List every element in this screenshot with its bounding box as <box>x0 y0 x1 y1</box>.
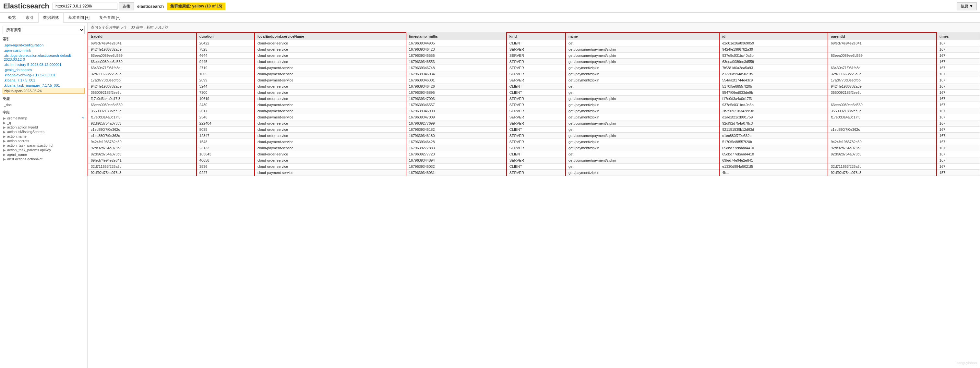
table-cell: cloud-order-service <box>255 127 406 133</box>
connect-button[interactable]: 连接 <box>119 2 134 10</box>
table-cell: c1ec880f7f0e362c <box>88 127 197 133</box>
tab-basic-query[interactable]: 基本查询 [+] <box>64 13 94 22</box>
tab-data-browse[interactable]: 数据浏览 <box>38 13 64 23</box>
table-row[interactable]: 92df92d754a078c323133cloud-payment-servi… <box>88 145 980 151</box>
table-row[interactable]: 63eea0089ee3d5599445cloud-order-service1… <box>88 59 980 65</box>
table-row[interactable]: 63eea0089ee3d5594644cloud-order-service1… <box>88 53 980 59</box>
index-select[interactable]: 所有索引 <box>3 25 84 34</box>
field-help[interactable]: ? <box>82 116 84 120</box>
table-cell: 1679639346900 <box>406 108 506 114</box>
col-header-traceId[interactable]: traceId <box>88 32 197 40</box>
table-cell: SERVER <box>506 170 566 176</box>
table-row[interactable]: 63430a71f081fc3d2719cloud-payment-servic… <box>88 65 980 71</box>
tab-complex-query[interactable]: 复合查询 [+] <box>94 13 125 22</box>
type-doc[interactable]: _doc <box>3 102 84 107</box>
tab-index[interactable]: 索引 <box>21 13 38 22</box>
table-cell: SERVER <box>506 96 566 102</box>
index-item-zipkin[interactable]: zipkin-span-2023-03-24 <box>3 88 84 94</box>
field-isMissingSecrets[interactable]: ▶ action.isMissingSecrets <box>3 129 84 134</box>
table-cell: 8035 <box>197 127 255 133</box>
index-item-kibana-task[interactable]: .kibana_task_manager_7.17.5_001 <box>3 83 84 88</box>
table-row[interactable]: 9424fe1986782a391548cloud-payment-servic… <box>88 139 980 145</box>
table-cell: cloud-order-service <box>255 83 406 89</box>
index-list-section: 索引 .apm-agent-configuration .apm-custom-… <box>3 37 84 94</box>
table-row[interactable]: 32d711663f226a3c1665cloud-payment-servic… <box>88 71 980 77</box>
table-cell: 20422 <box>197 40 255 46</box>
table-row[interactable]: 92df92d754a078c39227cloud-payment-servic… <box>88 170 980 176</box>
table-cell: get <box>566 40 719 46</box>
table-cell: get <box>566 151 719 158</box>
index-item-geoip[interactable]: .geoip_databases <box>3 67 84 72</box>
field-action-secrets[interactable]: ▶ action.secrets <box>3 139 84 143</box>
field-action-name[interactable]: ▶ action.name <box>3 134 84 139</box>
table-row[interactable]: c1ec880f7f0e362c12847cloud-order-service… <box>88 133 980 139</box>
col-header-timestamp[interactable]: timestamp_millis <box>406 32 506 40</box>
table-cell: 167 <box>937 53 980 59</box>
table-row[interactable]: 3550092183f2ee3c7300cloud-order-service1… <box>88 89 980 96</box>
col-header-times[interactable]: times <box>937 32 980 40</box>
field-timestamp[interactable]: ▶ @timestamp ? <box>3 116 84 120</box>
info-button[interactable]: 信息 ▼ <box>957 2 977 10</box>
field-agent-name[interactable]: ▶ agent_name <box>3 152 84 157</box>
table-cell: 167 <box>937 108 980 114</box>
table-cell: 937e5c031bc40a6b <box>719 102 828 108</box>
field-heading: 字段 <box>3 110 84 115</box>
table-row[interactable]: 17adf773d8eedfbb2899cloud-payment-servic… <box>88 77 980 83</box>
index-item-apm-agent[interactable]: .apm-agent-configuration <box>3 43 84 48</box>
table-cell: 1679639347003 <box>406 96 506 102</box>
table-cell: get /consumer/payment/zipkin <box>566 133 719 139</box>
index-item-apm-custom[interactable]: .apm-custom-link <box>3 48 84 53</box>
table-cell: SERVER <box>506 46 566 53</box>
table-header-row: traceId duration localEndpoint.serviceNa… <box>88 32 980 40</box>
table-cell: 40656 <box>197 158 255 164</box>
table-row[interactable]: 63eea0089ee3d5592430cloud-payment-servic… <box>88 102 980 108</box>
index-item-kibana-event[interactable]: .kibana-event-log-7.17.5-000001 <box>3 72 84 78</box>
table-row[interactable]: 69fed74e94e2e84140656cloud-order-service… <box>88 158 980 164</box>
col-header-kind[interactable]: kind <box>506 32 566 40</box>
table-cell: 1679639344905 <box>406 40 506 46</box>
health-badge: 集群健康值: yellow (10 of 15) <box>167 3 225 10</box>
index-item-logs-dep[interactable]: .ds-.logs-deprecation.elasticsearch-defa… <box>3 53 84 62</box>
table-cell: SERVER <box>506 108 566 114</box>
index-item-kibana[interactable]: .kibana_7.17.5_001 <box>3 78 84 83</box>
col-header-name[interactable]: name <box>566 32 719 40</box>
table-cell: 32d711663f226a3c <box>828 164 937 170</box>
field-q[interactable]: ▶ _q <box>3 120 84 125</box>
table-row[interactable]: 9424fe1986782a393244cloud-order-service1… <box>88 83 980 89</box>
table-row[interactable]: 92df92d754a078c3183643cloud-order-servic… <box>88 151 980 158</box>
table-cell: 92df92d754a078c3 <box>88 120 197 127</box>
url-input[interactable] <box>52 3 118 10</box>
field-apiKey[interactable]: ▶ action_task_params.apiKey <box>3 148 84 152</box>
index-item-ilm[interactable]: .ds-ilm-history-5-2023.03.12-000001 <box>3 62 84 67</box>
table-row[interactable]: 3550092183f2ee3c2617cloud-payment-servic… <box>88 108 980 114</box>
table-cell: 63eea0089ee3d559 <box>828 102 937 108</box>
table-row[interactable]: c1ec880f7f0e362c8035cloud-order-service1… <box>88 127 980 133</box>
table-cell: e2d01e26a8369059 <box>719 40 828 46</box>
table-row[interactable]: f17e0d3a4a0c17f32346cloud-payment-servic… <box>88 114 980 120</box>
table-row[interactable]: 32d711663f226a3c3536cloud-order-service1… <box>88 164 980 170</box>
col-header-localEndpoint[interactable]: localEndpoint.serviceName <box>255 32 406 40</box>
table-row[interactable]: 69fed74e94e2e84120422cloud-order-service… <box>88 40 980 46</box>
index-heading: 索引 <box>3 37 84 41</box>
table-cell: get <box>566 89 719 96</box>
table-cell: cloud-payment-service <box>255 102 406 108</box>
table-cell: 92df92d754a078c3 <box>828 145 937 151</box>
col-header-id[interactable]: id <box>719 32 828 40</box>
field-actionTypeId[interactable]: ▶ action.actionTypeId <box>3 125 84 129</box>
col-header-parentId[interactable]: parentId <box>828 32 937 40</box>
table-cell: f17e0d3a4a0c17f3 <box>88 114 197 120</box>
field-arrow: ▶ <box>3 144 6 147</box>
type-list: _doc <box>3 102 84 107</box>
table-cell: get /payment/zipkin <box>566 71 719 77</box>
table-row[interactable]: 92df92d754a078c3222404cloud-order-servic… <box>88 120 980 127</box>
table-cell: cloud-payment-service <box>255 71 406 77</box>
table-cell: get /consumer/payment/zipkin <box>566 59 719 65</box>
field-actionId[interactable]: ▶ action_task_params.actionId <box>3 143 84 148</box>
field-alert-actions[interactable]: ▶ alert.actions.actionRef <box>3 157 84 161</box>
results-table-container[interactable]: traceId duration localEndpoint.serviceNa… <box>88 32 980 368</box>
col-header-duration[interactable]: duration <box>197 32 255 40</box>
table-cell <box>828 120 937 127</box>
table-row[interactable]: f17e0d3a4a0c17f310619cloud-order-service… <box>88 96 980 102</box>
tab-overview[interactable]: 概览 <box>3 13 21 22</box>
table-row[interactable]: 9424fe1986782a397825cloud-order-service1… <box>88 46 980 53</box>
